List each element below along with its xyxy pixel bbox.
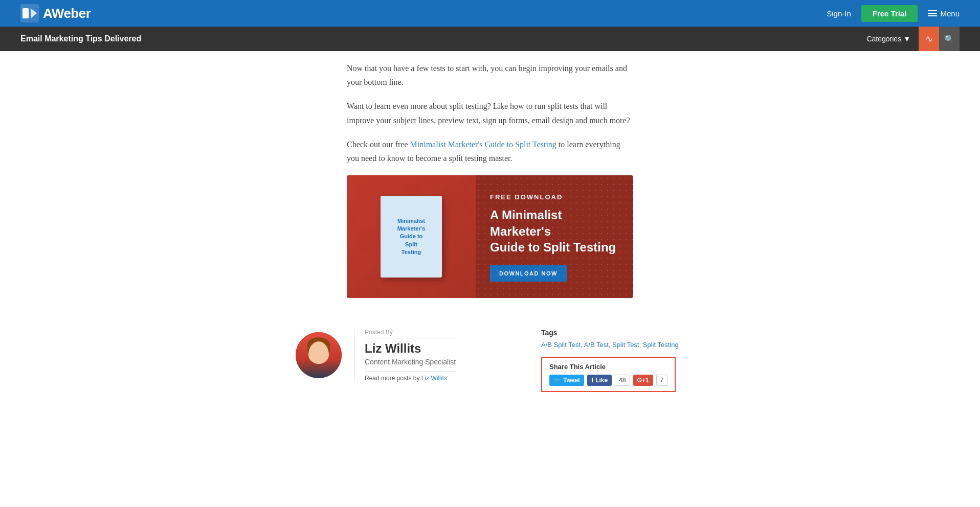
author-avatar [296,332,342,378]
author-section: Posted By Liz Willits Content Marketing … [296,318,684,402]
author-link[interactable]: Liz Willits [421,375,447,382]
menu-label: Menu [940,9,960,18]
categories-label: Categories [866,35,901,43]
facebook-icon: f [591,377,593,384]
cta-book-title: Minimalist Marketer's Guide to Split Tes… [397,217,426,257]
free-trial-button[interactable]: Free Trial [861,5,918,22]
author-left: Posted By Liz Willits Content Marketing … [296,329,456,382]
split-testing-guide-link[interactable]: Minimalist Marketer's Guide to Split Tes… [410,140,556,149]
tags-title: Tags [541,329,684,337]
article-para-2: Want to learn even more about split test… [347,99,633,127]
author-info: Posted By Liz Willits Content Marketing … [354,329,456,382]
posted-by-label: Posted By [365,329,456,338]
categories-button[interactable]: Categories ▼ [866,35,919,43]
share-buttons: 🐦 Tweet f Like 48 G+1 7 [549,375,667,386]
tag-split-testing[interactable]: Split Testing [643,341,679,349]
tweet-button[interactable]: 🐦 Tweet [549,375,584,386]
tag-ab-test[interactable]: A/B Test [584,341,609,349]
main-content: Now that you have a few tests to start w… [224,51,756,423]
gplus-count: 7 [656,375,668,386]
author-job-title: Content Marketing Specialist [365,358,456,366]
rss-button[interactable]: ∿ [919,27,939,51]
logo[interactable]: AWeber [20,4,91,22]
article-body: Now that you have a few tests to start w… [347,61,633,298]
author-name: Liz Willits [365,341,456,356]
gplus-button[interactable]: G+1 [633,375,653,386]
sub-nav-right: Categories ▼ ∿ 🔍 [866,27,960,51]
menu-button[interactable]: Menu [928,9,960,18]
sign-in-link[interactable]: Sign-In [827,9,851,18]
like-count: 48 [615,375,630,386]
search-icon: 🔍 [944,34,954,44]
like-button[interactable]: f Like [587,375,612,386]
search-button[interactable]: 🔍 [939,27,960,51]
share-title: Share This Article [549,363,667,371]
tag-split-test[interactable]: Split Test [612,341,639,349]
cta-banner: Minimalist Marketer's Guide to Split Tes… [347,175,633,298]
top-nav-right: Sign-In Free Trial Menu [827,5,960,22]
tag-ab-split-test[interactable]: A/B Split Test [541,341,581,349]
sub-nav-title: Email Marketing Tips Delivered [20,34,141,43]
sub-nav: Email Marketing Tips Delivered Categorie… [0,27,980,51]
read-more-posts: Read more posts by Liz Willits [365,371,456,382]
top-nav: AWeber Sign-In Free Trial Menu [0,0,980,27]
cta-book-cover: Minimalist Marketer's Guide to Split Tes… [381,196,442,278]
chevron-down-icon: ▼ [903,35,910,43]
article-para-1: Now that you have a few tests to start w… [347,61,633,89]
rss-icon: ∿ [925,33,933,44]
cta-book-section: Minimalist Marketer's Guide to Split Tes… [347,175,476,298]
tag-links: A/B Split Test, A/B Test, Split Test, Sp… [541,341,684,349]
article-para-3: Check out our free Minimalist Marketer's… [347,137,633,165]
hamburger-icon [928,10,937,16]
logo-text: AWeber [43,6,91,21]
share-section: Share This Article 🐦 Tweet f Like 48 G+1… [541,357,676,392]
twitter-icon: 🐦 [553,377,561,384]
svg-rect-1 [23,8,29,18]
tags-section: Tags A/B Split Test, A/B Test, Split Tes… [541,329,684,392]
